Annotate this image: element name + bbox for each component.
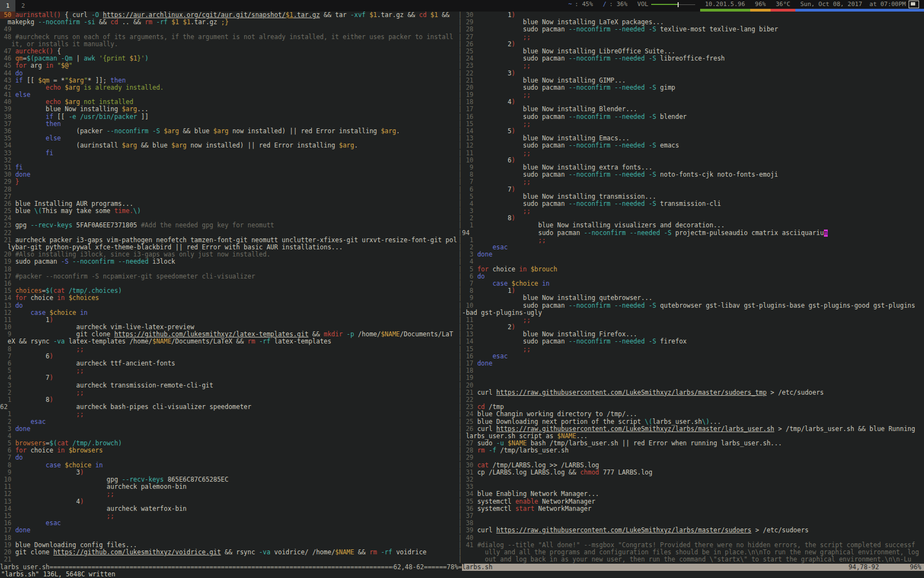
workspace-1-button[interactable]: 1 xyxy=(0,0,15,12)
code-segment: /tmp/LARBS.log >> /LARBS.log xyxy=(488,462,599,469)
code-segment: ;; xyxy=(76,389,84,396)
code-text: ;; xyxy=(15,411,458,418)
line-number: 24 xyxy=(0,215,15,222)
split-separator: | xyxy=(458,34,462,41)
code-segment: #packer --noconfirm -S ncpamixer-git spe… xyxy=(15,273,255,280)
split-separator: | xyxy=(458,535,462,542)
line-number: 6 xyxy=(462,273,477,280)
code-segment: ;; xyxy=(523,91,531,99)
code-line: 20git clone https://github.com/lukesmith… xyxy=(0,549,462,556)
left-editor-pane[interactable]: 50aurinstall() { curl -O https://aur.arc… xyxy=(0,12,462,564)
code-segment: -xvf xyxy=(350,12,366,19)
volume-slider[interactable] xyxy=(651,4,695,5)
vim-command-line: "larbs.sh" 136L, 5648C written xyxy=(0,571,924,578)
code-line: 11 ;; xyxy=(462,317,924,324)
workspace-2-button[interactable]: 2 xyxy=(15,0,31,12)
code-segment: $arg xyxy=(69,77,84,84)
split-separator: | xyxy=(458,527,462,534)
code-segment xyxy=(152,19,156,26)
code-line: 42 echo $arg is already installed.| xyxy=(0,84,462,91)
code-line: 62 aurcheck bash-pipes cli-visualizer sp… xyxy=(0,403,462,411)
right-editor-pane[interactable]: 30 1)29 blue Now installing LaTeX packag… xyxy=(462,12,924,564)
code-text: for choice in $brouch xyxy=(477,266,924,273)
code-text xyxy=(15,26,458,33)
code-line: 28 sudo pacman --noconfirm --needed -S t… xyxy=(462,26,924,33)
code-segment: 777 LARBS.log xyxy=(599,469,652,476)
code-segment: .tar.gz xyxy=(293,12,320,19)
code-line: 7 6)| xyxy=(0,353,462,360)
volume-label: VOL xyxy=(637,1,648,8)
line-number: 27 xyxy=(0,193,15,200)
line-number: 12 xyxy=(462,142,477,149)
code-segment: cat xyxy=(53,287,65,295)
code-text xyxy=(15,230,458,237)
code-line: 2 ;;| xyxy=(0,389,462,396)
code-segment: aurcheck() xyxy=(15,48,53,55)
code-segment: 865E6C87C65285EC xyxy=(164,476,229,483)
code-segment: for xyxy=(15,62,27,69)
code-line: 11 1)| xyxy=(0,317,462,324)
code-segment: in xyxy=(95,462,103,469)
code-segment: for xyxy=(15,295,27,302)
code-line: 13do| xyxy=(0,302,462,309)
split-separator: | xyxy=(458,222,462,229)
split-separator: | xyxy=(458,382,462,389)
code-text: ;; xyxy=(477,178,924,186)
line-number: 3 xyxy=(0,382,15,389)
code-segment: gpg xyxy=(15,222,31,229)
code-text: sudo pacman --noconfirm --needed -S tran… xyxy=(477,200,924,208)
code-line: 8 case $choice in| xyxy=(0,462,462,469)
code-segment: -O xyxy=(91,12,99,19)
line-number: 16 xyxy=(462,113,477,121)
code-segment: > /etc/sudoers xyxy=(767,389,824,396)
code-text: 1) xyxy=(15,317,458,324)
code-segment: ) xyxy=(512,287,515,295)
code-segment xyxy=(65,447,69,454)
code-segment: .tar.gz xyxy=(190,19,221,26)
code-segment: echo xyxy=(46,84,61,91)
code-segment: ) xyxy=(512,12,515,19)
code-line: 2 esac xyxy=(462,244,924,251)
code-segment: NetworkManager xyxy=(535,505,592,512)
code-text xyxy=(477,382,924,389)
code-text: sudo pacman --noconfirm --needed -S emac… xyxy=(477,142,924,149)
code-segment: -S xyxy=(152,128,160,135)
code-line: 30done| xyxy=(0,171,462,178)
code-segment xyxy=(366,12,370,19)
code-text: ;; xyxy=(15,346,458,353)
right-statusline-fill xyxy=(492,564,848,571)
line-number: 29 xyxy=(462,454,477,461)
code-segment: * ]]; xyxy=(87,77,111,84)
line-number: 18 xyxy=(0,266,15,273)
code-segment: cd xyxy=(111,19,118,26)
code-line: 4| xyxy=(0,433,462,440)
code-segment xyxy=(527,266,531,273)
code-segment xyxy=(15,411,76,418)
code-line: 9 blue Now installing qutebrowser... xyxy=(462,295,924,302)
code-segment: aurcheck vim-live-latex-preview xyxy=(15,324,194,331)
line-number: 1 xyxy=(0,411,15,418)
code-segment: }' xyxy=(137,55,145,62)
left-statusline-fill: ========================================… xyxy=(50,564,393,571)
code-segment: aurinstall() xyxy=(15,12,61,19)
volume-slider-thumb[interactable] xyxy=(678,2,679,7)
code-segment: --noconfirm xyxy=(569,302,610,309)
line-number: 23 xyxy=(462,403,477,411)
code-text: case $choice in xyxy=(15,309,458,317)
code-segment: if xyxy=(15,77,23,84)
left-statusline-filename: larbs_user.sh xyxy=(0,564,50,571)
line-number: 26 xyxy=(0,200,15,208)
code-segment: ) xyxy=(512,157,515,164)
code-segment: ;; xyxy=(523,34,531,41)
line-number: 1 xyxy=(0,396,15,403)
code-segment: blue Now installing Firefox... xyxy=(477,331,637,338)
code-segment xyxy=(65,295,69,302)
code-segment: --noconfirm xyxy=(569,338,610,345)
code-segment: -S xyxy=(648,113,656,121)
code-text: eX && rsync -va latex-templates /home/$N… xyxy=(0,338,458,345)
code-line: 7 case $choice in xyxy=(462,280,924,287)
code-line: out and log back in as your new user, th… xyxy=(462,556,924,563)
code-text: fi xyxy=(15,150,458,157)
code-segment: 8 xyxy=(15,396,50,403)
code-line: 10 gpg --recv-keys 865E6C87C65285EC| xyxy=(0,476,462,483)
